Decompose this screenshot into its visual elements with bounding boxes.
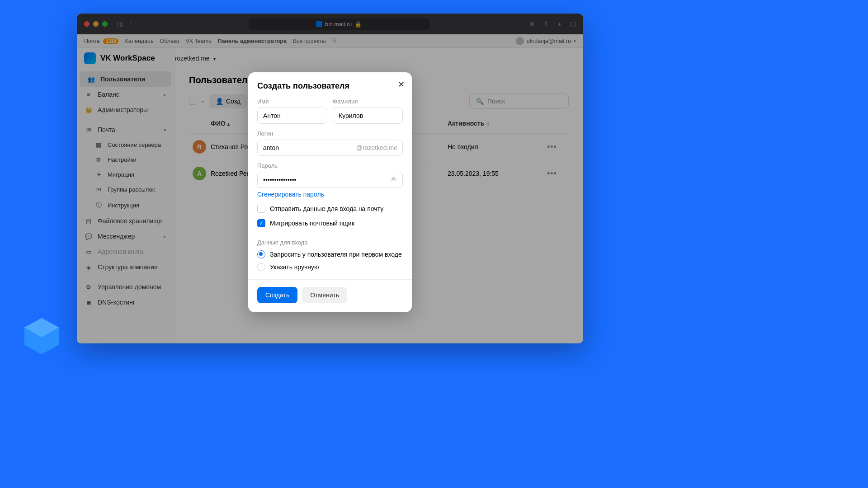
radio-request-label: Запросить у пользователя при первом вход… — [270, 251, 402, 258]
login-suffix: @rozetked.me — [356, 144, 397, 151]
name-input[interactable] — [257, 108, 327, 124]
migrate-checkbox-row[interactable]: ✓ Мигрировать почтовый ящик — [257, 219, 403, 227]
modal-title: Создать пользователя — [257, 81, 403, 91]
password-label: Пароль — [257, 162, 403, 169]
login-data-section-label: Данные для входа — [257, 234, 403, 246]
browser-window: ▯▯ ˅ 〈 biz.mail.ru 🔒 ⊜ ⇪ + ▢ Почта 1318 … — [77, 14, 583, 343]
password-input[interactable] — [257, 172, 403, 188]
radio-request[interactable] — [257, 250, 265, 258]
cancel-button[interactable]: Отменить — [302, 287, 347, 303]
surname-label: Фамилия — [333, 98, 403, 105]
surname-input[interactable] — [333, 108, 403, 124]
create-user-modal: ✕ Создать пользователя Имя Фамилия Логин… — [248, 72, 412, 312]
send-email-checkbox-row[interactable]: Отправить данные для входа на почту — [257, 205, 403, 213]
migrate-label: Мигрировать почтовый ящик — [270, 220, 354, 227]
generate-password-link[interactable]: Сгенерировать пароль — [257, 191, 324, 198]
eye-icon[interactable]: 👁 — [390, 176, 397, 184]
radio-manual-row[interactable]: Указать вручную — [257, 263, 403, 271]
send-email-label: Отправить данные для входа на почту — [270, 205, 383, 212]
send-email-checkbox[interactable] — [257, 205, 265, 213]
modal-overlay[interactable]: ✕ Создать пользователя Имя Фамилия Логин… — [77, 14, 583, 343]
migrate-checkbox[interactable]: ✓ — [257, 219, 265, 227]
close-button[interactable]: ✕ — [398, 80, 405, 89]
watermark-hexagon-icon — [20, 314, 63, 358]
radio-manual[interactable] — [257, 263, 265, 271]
create-button[interactable]: Создать — [257, 287, 297, 303]
modal-footer: Создать Отменить — [248, 279, 412, 303]
login-label: Логин — [257, 130, 403, 137]
name-label: Имя — [257, 98, 327, 105]
radio-manual-label: Указать вручную — [270, 263, 319, 271]
radio-request-row[interactable]: Запросить у пользователя при первом вход… — [257, 250, 403, 258]
